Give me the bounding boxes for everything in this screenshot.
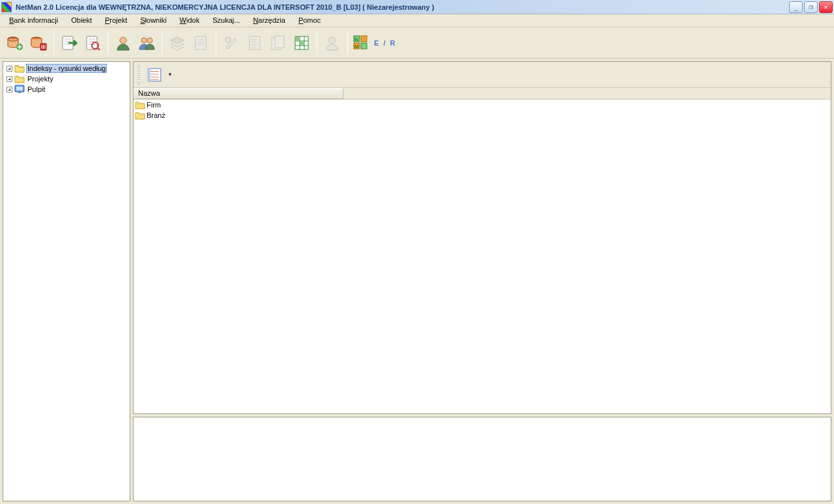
document3-button: [267, 32, 289, 54]
svg-rect-23: [361, 43, 367, 49]
folder-icon: [14, 64, 25, 73]
title-bar: NetMan 2.0 Licencja dla WEWNĘTRZNA, NIEK…: [0, 0, 834, 14]
tree-label: Projekty: [26, 75, 55, 83]
svg-rect-18: [300, 42, 304, 45]
list-item-label: Firm: [147, 101, 161, 109]
svg-rect-15: [275, 36, 284, 48]
list-toolbar: ▼: [134, 62, 831, 88]
grid-button[interactable]: [291, 32, 313, 54]
expand-icon[interactable]: [7, 87, 12, 92]
toolbar-grip[interactable]: [137, 66, 140, 84]
list-body[interactable]: Firm Branż: [134, 100, 831, 413]
expand-icon[interactable]: [7, 66, 12, 72]
desktop-icon: [14, 85, 25, 94]
tree-label: Indeksy - rysunki według: [26, 64, 107, 73]
netman-icon[interactable]: N M: [352, 32, 370, 54]
svg-text:N: N: [354, 36, 358, 42]
column-header-nazwa[interactable]: Nazwa: [134, 88, 343, 99]
svg-rect-28: [18, 92, 21, 93]
list-item-label: Branż: [147, 111, 165, 119]
list-header: Nazwa: [134, 88, 831, 100]
menu-label: ank informacji: [14, 16, 58, 24]
menu-slowniki[interactable]: Słowniki: [134, 14, 173, 27]
list-item[interactable]: Firm: [134, 100, 831, 110]
document-search-button[interactable]: [81, 32, 104, 54]
user2-button: [321, 32, 343, 54]
view-mode-button[interactable]: [145, 66, 164, 84]
tree-node-projekty[interactable]: Projekty: [5, 74, 128, 84]
svg-point-9: [141, 38, 147, 43]
tree-node-pulpit[interactable]: Pulpit: [5, 84, 128, 94]
menu-pomoc[interactable]: Pomoc: [292, 14, 327, 27]
svg-rect-27: [16, 87, 23, 91]
layers-button: [166, 32, 188, 54]
menu-bar: Bank informacji Obiekt Projekt Słowniki …: [0, 14, 834, 27]
settings-button: [220, 32, 242, 54]
menu-bank-informacji[interactable]: Bank informacji: [3, 14, 65, 27]
tree-label: Pulpit: [26, 85, 47, 93]
db-remove-button[interactable]: [27, 32, 50, 54]
app-icon: [1, 2, 12, 12]
svg-text:M: M: [354, 44, 359, 49]
main-toolbar: N M E / R: [0, 27, 834, 59]
tree-panel[interactable]: Indeksy - rysunki według Projekty Pulpit: [3, 61, 130, 501]
menu-obiekt[interactable]: Obiekt: [65, 14, 98, 27]
close-button[interactable]: ✕: [819, 1, 833, 13]
svg-rect-11: [195, 36, 206, 49]
user-button[interactable]: [112, 32, 134, 54]
menu-projekt[interactable]: Projekt: [98, 14, 134, 27]
list-item[interactable]: Branż: [134, 110, 831, 120]
folder-icon: [135, 111, 145, 120]
menu-szukaj[interactable]: Szukaj...: [206, 14, 246, 27]
expand-icon[interactable]: [7, 76, 12, 82]
db-add-button[interactable]: [4, 32, 26, 54]
list-panel: ▼ Nazwa Firm Branż: [133, 61, 831, 414]
folder-icon: [14, 74, 25, 83]
user-group-button[interactable]: [136, 32, 158, 54]
svg-rect-17: [296, 37, 299, 40]
window-title: NetMan 2.0 Licencja dla WEWNĘTRZNA, NIEK…: [16, 3, 789, 11]
svg-point-19: [329, 37, 336, 44]
document-button: [190, 32, 212, 54]
maximize-button[interactable]: ❐: [804, 1, 818, 13]
detail-panel: [133, 417, 831, 501]
folder-icon: [135, 100, 145, 109]
er-label: E / R: [374, 39, 396, 47]
document2-button: [244, 32, 266, 54]
svg-point-8: [120, 37, 126, 44]
minimize-button[interactable]: _: [789, 1, 803, 13]
svg-rect-21: [361, 36, 367, 42]
svg-rect-30: [148, 68, 150, 81]
tree-node-indeksy[interactable]: Indeksy - rysunki według: [5, 63, 128, 74]
svg-point-10: [147, 38, 152, 43]
dropdown-arrow-icon[interactable]: ▼: [167, 72, 173, 77]
svg-point-12: [225, 37, 231, 42]
menu-narzedzia[interactable]: Narzędzia: [246, 14, 292, 27]
export-button[interactable]: [58, 32, 80, 54]
menu-widok[interactable]: Widok: [173, 14, 207, 27]
